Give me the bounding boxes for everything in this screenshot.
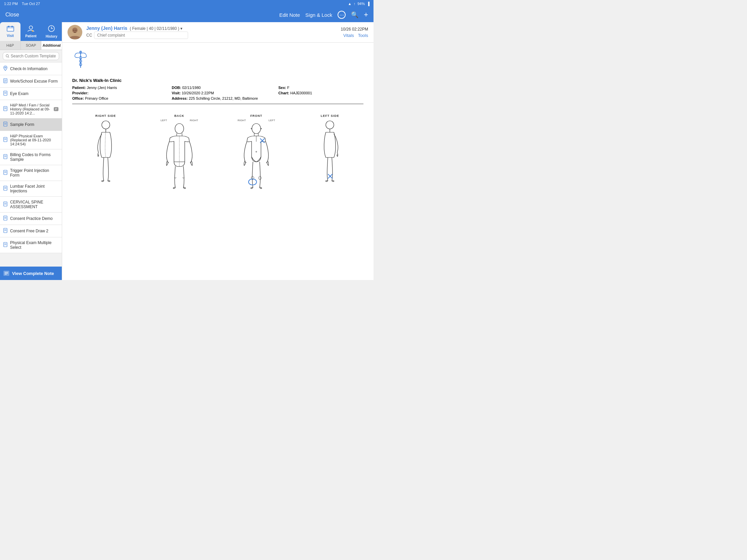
sidebar-tab-history[interactable]: History [41, 22, 62, 41]
template-list: Check-In Information Work/School Excuse … [0, 62, 62, 267]
note-icon [3, 271, 9, 276]
status-date: Tue Oct 27 [22, 2, 40, 6]
history-icon [48, 25, 55, 34]
sex-value: F [287, 86, 289, 90]
svg-point-58 [102, 121, 110, 129]
clinic-divider [72, 104, 363, 104]
sign-lock-button[interactable]: Sign & Lock [305, 12, 332, 18]
doc-icon-lumbarfacet [3, 186, 7, 192]
front-left-label: LEFT [269, 119, 276, 122]
clinic-details-table: Patient: Jenny (Jen) Harris DOB: 02/11/1… [72, 85, 363, 101]
visit-value: 10/26/2020 2:22PM [182, 91, 214, 95]
patient-name: Jenny (Jen) Harris [86, 26, 127, 31]
svg-point-10 [5, 67, 6, 68]
sub-tab-additional[interactable]: Additional [41, 41, 62, 50]
cervical-label: CERVICAL SPINE ASSESSMENT [10, 200, 58, 209]
top-nav: Close Edit Note Sign & Lock ⋯ 🔍 + [0, 7, 374, 22]
visit-icon [7, 26, 14, 33]
office-value: Primary Office [85, 96, 108, 100]
avatar-image [68, 25, 82, 39]
svg-point-60 [175, 124, 184, 134]
sidebar-tab-patient[interactable]: ! Patient [21, 22, 41, 41]
address-value: 225 Schilling Circle, 21212, MD, Baltimo… [189, 96, 258, 100]
template-item-consentfree[interactable]: Consent Free Draw 2 [0, 225, 62, 237]
sidebar: Visit ! Patient [0, 22, 62, 280]
main-layout: Visit ! Patient [0, 22, 374, 280]
template-item-sample[interactable]: Sample Form [0, 118, 62, 131]
cc-row: CC [86, 31, 337, 39]
tools-button[interactable]: Tools [358, 33, 368, 38]
doc-icon-hpphysical [3, 137, 7, 143]
triggerpoint-label: Trigger Point Injection Form [10, 168, 58, 178]
vitals-button[interactable]: Vitals [343, 33, 354, 38]
sub-tab-soap[interactable]: SOAP [21, 41, 42, 50]
wifi-icon: ▲ [348, 2, 352, 6]
dob-value: 02/11/1980 [182, 86, 201, 90]
badge-p: P [54, 107, 58, 111]
status-time-date: 1:22 PM Tue Oct 27 [4, 2, 40, 6]
search-custom-template-input[interactable] [11, 54, 56, 58]
doc-icon-triggerpoint [3, 170, 7, 176]
doc-icon-eyeexam [3, 91, 7, 97]
body-view-left-side: LEFT SIDE [313, 114, 346, 186]
close-button[interactable]: Close [5, 12, 19, 18]
body-right-side-svg [89, 119, 123, 186]
back-label: BACK [174, 114, 184, 117]
body-left-side-svg [313, 119, 346, 186]
hpmed-label: H&P Med / Fam / Social History (Replaced… [10, 103, 51, 115]
visit-tab-label: Visit [7, 34, 14, 37]
svg-rect-1 [8, 26, 9, 27]
template-item-eyeexam[interactable]: Eye Exam [0, 88, 62, 100]
svg-point-53 [72, 28, 78, 33]
search-input-wrap[interactable] [3, 52, 59, 60]
search-icon-sidebar [6, 54, 9, 58]
back-right-label: RIGHT [190, 119, 198, 122]
template-item-lumbarfacet[interactable]: Lumbar Facet Joint Injections [0, 181, 62, 197]
template-item-consent[interactable]: Consent Practice Demo [0, 213, 62, 225]
sidebar-tab-visit[interactable]: Visit [0, 22, 21, 41]
template-item-triggerpoint[interactable]: Trigger Point Injection Form [0, 165, 62, 181]
svg-point-55 [76, 30, 77, 31]
sub-tab-hp[interactable]: H&P [0, 41, 21, 50]
svg-point-8 [6, 54, 8, 57]
chart-label: Chart: [279, 91, 289, 95]
visit-timestamp: 10/26 02:22PM [341, 27, 368, 31]
header-links: Vitals Tools [343, 33, 368, 38]
svg-rect-0 [7, 27, 14, 31]
template-item-billingcodes[interactable]: Billing Codes to Forms Sample [0, 150, 62, 165]
body-back-svg [159, 123, 200, 190]
sample-label: Sample Form [10, 122, 34, 127]
svg-point-66 [259, 176, 261, 180]
patient-header: Jenny (Jen) Harris ( Female | 40 | 02/11… [62, 22, 374, 43]
search-icon[interactable]: 🔍 [351, 11, 358, 19]
add-icon[interactable]: + [364, 10, 368, 19]
doc-icon-consent [3, 216, 7, 221]
body-front-svg [236, 123, 277, 190]
body-diagram: RIGHT SIDE [72, 111, 363, 194]
edit-note-button[interactable]: Edit Note [279, 12, 300, 18]
template-item-cervical[interactable]: CERVICAL SPINE ASSESSMENT [0, 197, 62, 213]
template-item-physicalexam[interactable]: Physical Exam Multiple Select [0, 237, 62, 253]
physicalexam-label: Physical Exam Multiple Select [10, 240, 58, 250]
lumbarfacet-label: Lumbar Facet Joint Injections [10, 184, 58, 193]
consentfree-label: Consent Free Draw 2 [10, 229, 48, 233]
patient-info: Jenny (Jen) Harris ( Female | 40 | 02/11… [86, 26, 337, 39]
template-item-checkin[interactable]: Check-In Information [0, 62, 62, 75]
cc-input[interactable] [94, 31, 188, 39]
address-label: Address: [172, 96, 188, 100]
front-label: FRONT [250, 114, 262, 117]
template-item-hpmed[interactable]: H&P Med / Fam / Social History (Replaced… [0, 100, 62, 118]
template-item-workschool[interactable]: Work/School Excuse Form [0, 75, 62, 88]
view-complete-note-button[interactable]: View Complete Note [0, 267, 62, 280]
body-view-back: BACK LEFT RIGHT [159, 114, 200, 190]
note-content: Dr. Nick's Walk-In Clinic Patient: Jenny… [62, 43, 374, 280]
svg-line-9 [8, 57, 9, 58]
patient-label: Patient: [72, 86, 86, 90]
patient-tab-label: Patient [25, 34, 36, 38]
dropdown-chevron-icon[interactable]: ▾ [180, 26, 182, 31]
billingcodes-label: Billing Codes to Forms Sample [10, 153, 58, 162]
view-complete-note-label: View Complete Note [12, 271, 54, 276]
template-item-hpphysical[interactable]: H&P Physical Exam (Replaced at 09-11-202… [0, 131, 62, 150]
more-icon[interactable]: ⋯ [338, 11, 345, 19]
front-right-label: RIGHT [237, 119, 246, 122]
